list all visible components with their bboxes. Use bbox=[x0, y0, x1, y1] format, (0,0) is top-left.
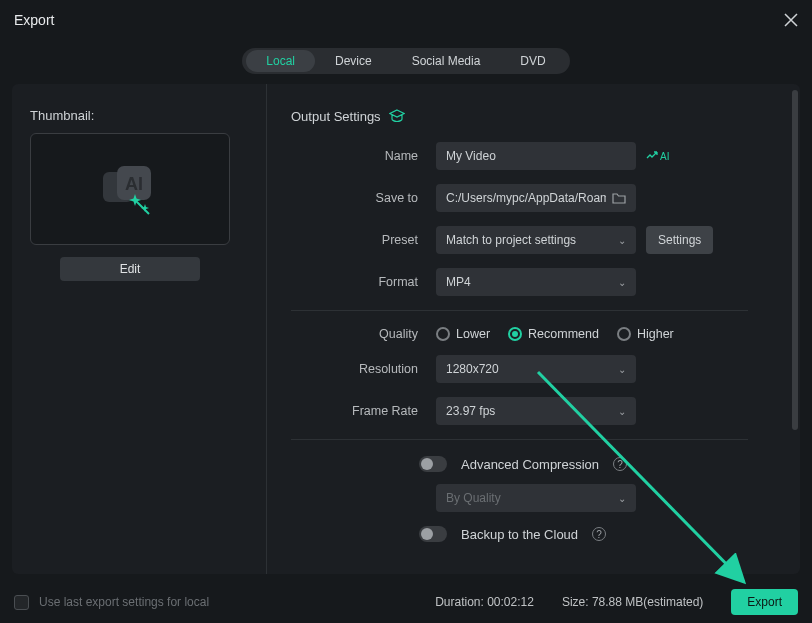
chevron-down-icon: ⌄ bbox=[618, 493, 626, 504]
format-value: MP4 bbox=[446, 275, 471, 289]
help-icon[interactable]: ? bbox=[613, 457, 627, 471]
use-last-settings-checkbox[interactable] bbox=[14, 595, 29, 610]
graduation-cap-icon[interactable] bbox=[389, 108, 405, 124]
compression-mode-value: By Quality bbox=[446, 491, 501, 505]
folder-icon[interactable] bbox=[612, 192, 626, 204]
ai-name-button[interactable]: AI bbox=[646, 150, 669, 162]
framerate-value: 23.97 fps bbox=[446, 404, 495, 418]
advanced-compression-label: Advanced Compression bbox=[461, 457, 599, 472]
preset-value: Match to project settings bbox=[446, 233, 576, 247]
divider bbox=[291, 310, 748, 311]
scrollbar-thumb[interactable] bbox=[792, 90, 798, 430]
svg-text:AI: AI bbox=[125, 174, 143, 194]
export-button[interactable]: Export bbox=[731, 589, 798, 615]
name-input[interactable]: My Video bbox=[436, 142, 636, 170]
tab-social-media[interactable]: Social Media bbox=[392, 50, 501, 72]
use-last-settings-label: Use last export settings for local bbox=[39, 595, 209, 609]
chevron-down-icon: ⌄ bbox=[618, 277, 626, 288]
edit-thumbnail-button[interactable]: Edit bbox=[60, 257, 200, 281]
quality-recommend-radio[interactable]: Recommend bbox=[508, 327, 599, 341]
format-label: Format bbox=[291, 275, 436, 289]
chevron-down-icon: ⌄ bbox=[618, 235, 626, 246]
saveto-input[interactable]: C:/Users/mypc/AppData/Roaming bbox=[436, 184, 636, 212]
thumbnail-label: Thumbnail: bbox=[30, 108, 248, 123]
settings-button[interactable]: Settings bbox=[646, 226, 713, 254]
tab-device[interactable]: Device bbox=[315, 50, 392, 72]
format-select[interactable]: MP4 ⌄ bbox=[436, 268, 636, 296]
scrollbar[interactable] bbox=[792, 90, 798, 568]
close-icon[interactable] bbox=[784, 13, 798, 27]
backup-cloud-label: Backup to the Cloud bbox=[461, 527, 578, 542]
resolution-label: Resolution bbox=[291, 362, 436, 376]
window-title: Export bbox=[14, 12, 54, 28]
resolution-value: 1280x720 bbox=[446, 362, 499, 376]
compression-mode-select: By Quality ⌄ bbox=[436, 484, 636, 512]
export-tabs: Local Device Social Media DVD bbox=[242, 48, 569, 74]
preset-select[interactable]: Match to project settings ⌄ bbox=[436, 226, 636, 254]
preset-label: Preset bbox=[291, 233, 436, 247]
resolution-select[interactable]: 1280x720 ⌄ bbox=[436, 355, 636, 383]
quality-lower-radio[interactable]: Lower bbox=[436, 327, 490, 341]
backup-cloud-toggle[interactable] bbox=[419, 526, 447, 542]
saveto-label: Save to bbox=[291, 191, 436, 205]
tab-dvd[interactable]: DVD bbox=[500, 50, 565, 72]
name-label: Name bbox=[291, 149, 436, 163]
thumbnail-placeholder-icon: AI bbox=[99, 164, 161, 215]
help-icon[interactable]: ? bbox=[592, 527, 606, 541]
quality-higher-radio[interactable]: Higher bbox=[617, 327, 674, 341]
output-settings-label: Output Settings bbox=[291, 109, 381, 124]
tab-local[interactable]: Local bbox=[246, 50, 315, 72]
chevron-down-icon: ⌄ bbox=[618, 364, 626, 375]
framerate-label: Frame Rate bbox=[291, 404, 436, 418]
size-info: Size: 78.88 MB(estimated) bbox=[562, 595, 703, 609]
divider bbox=[291, 439, 748, 440]
framerate-select[interactable]: 23.97 fps ⌄ bbox=[436, 397, 636, 425]
footer: Use last export settings for local Durat… bbox=[0, 581, 812, 623]
ai-label: AI bbox=[660, 151, 669, 162]
duration-info: Duration: 00:02:12 bbox=[435, 595, 534, 609]
saveto-path: C:/Users/mypc/AppData/Roaming bbox=[446, 191, 606, 205]
advanced-compression-toggle[interactable] bbox=[419, 456, 447, 472]
thumbnail-preview[interactable]: AI bbox=[30, 133, 230, 245]
export-panel: Thumbnail: AI Edit Output Settings bbox=[12, 84, 800, 574]
quality-label: Quality bbox=[291, 327, 436, 341]
chevron-down-icon: ⌄ bbox=[618, 406, 626, 417]
